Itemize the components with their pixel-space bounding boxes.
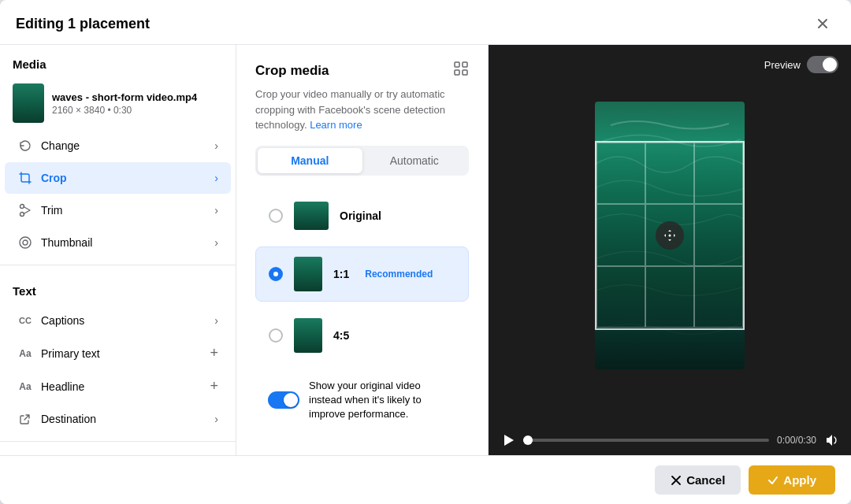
radio-4x5: [269, 328, 283, 343]
preview-panel: Preview: [489, 45, 851, 455]
preview-label: Preview: [764, 59, 801, 71]
modal: Editing 1 placement Media waves - short-…: [0, 0, 851, 504]
menu-crop-label: Crop: [41, 172, 67, 184]
video-container: [595, 102, 745, 369]
menu-primary-text-label: Primary text: [41, 347, 100, 360]
progress-dot: [523, 435, 533, 445]
toggle-row: Show your original video instead when it…: [255, 369, 469, 432]
auto-improve-toggle[interactable]: [268, 391, 299, 409]
crop-panel: Crop media Crop your video manually or t…: [236, 45, 489, 455]
chevron-icon: ›: [214, 204, 218, 217]
menu-trim-label: Trim: [41, 204, 62, 217]
ratio-label-4x5: 4:5: [333, 329, 349, 342]
crop-header: Crop media: [255, 61, 469, 80]
menu-item-thumbnail[interactable]: Thumbnail ›: [5, 227, 231, 258]
plus-icon: +: [210, 378, 218, 395]
svg-rect-14: [463, 62, 467, 67]
divider: [0, 265, 236, 265]
svg-point-3: [23, 240, 28, 245]
menu-change-label: Change: [41, 139, 80, 152]
modal-body: Media waves - short-form video.mp4 2160 …: [0, 45, 851, 455]
menu-captions-label: Captions: [41, 314, 84, 327]
media-thumbnail: [13, 83, 44, 123]
media-meta: 2160 × 3840 • 0:30: [52, 105, 197, 116]
radio-original: [269, 209, 283, 223]
radio-1x1: [269, 267, 283, 281]
video-background: [595, 102, 745, 369]
menu-item-trim[interactable]: Trim ›: [5, 195, 231, 226]
modal-title: Editing 1 placement: [16, 16, 150, 32]
preview-area: Preview: [489, 45, 851, 425]
change-icon: [17, 138, 33, 154]
svg-point-2: [20, 237, 31, 248]
menu-item-headline[interactable]: Aa Headline +: [5, 370, 231, 402]
thumbnail-icon: [17, 235, 33, 250]
toggle-label: Show your original video instead when it…: [309, 379, 456, 422]
menu-headline-label: Headline: [41, 380, 84, 393]
menu-item-change[interactable]: Change ›: [5, 130, 231, 161]
learn-more-link[interactable]: Learn more: [310, 119, 362, 131]
tools-section-title: Creative tools: [0, 448, 236, 455]
recommended-badge: Recommended: [365, 269, 433, 280]
chevron-icon: ›: [214, 314, 218, 327]
move-icon: [656, 221, 684, 250]
crop-icon: [17, 170, 33, 186]
tab-manual[interactable]: Manual: [258, 148, 362, 173]
menu-item-destination[interactable]: Destination ›: [5, 403, 231, 435]
captions-icon: CC: [17, 313, 33, 328]
apply-button[interactable]: Apply: [749, 465, 835, 495]
progress-bar[interactable]: [523, 439, 769, 442]
menu-item-captions[interactable]: CC Captions ›: [5, 305, 231, 336]
chevron-icon: ›: [214, 236, 218, 249]
ratio-label-original: Original: [340, 209, 381, 222]
close-button[interactable]: [810, 11, 835, 36]
svg-marker-18: [504, 435, 514, 446]
menu-destination-label: Destination: [41, 413, 96, 425]
menu-item-crop[interactable]: Crop ›: [5, 162, 231, 194]
menu-item-primary-text[interactable]: Aa Primary text +: [5, 337, 231, 369]
crop-overlay: [595, 141, 745, 330]
crop-description: Crop your video manually or try automati…: [255, 87, 469, 133]
divider: [0, 441, 236, 442]
ratio-thumb-4x5: [294, 318, 322, 353]
cancel-button[interactable]: Cancel: [655, 465, 741, 495]
crop-expand-button[interactable]: [453, 61, 469, 80]
ratio-option-original[interactable]: Original: [255, 191, 469, 240]
primary-text-icon: Aa: [17, 346, 33, 361]
svg-rect-15: [455, 70, 459, 75]
plus-icon: +: [210, 345, 218, 361]
ratio-option-1x1[interactable]: 1:1 Recommended: [255, 246, 469, 302]
chevron-icon: ›: [214, 172, 218, 184]
media-filename: waves - short-form video.mp4: [52, 91, 197, 103]
trim-icon: [17, 202, 33, 218]
modal-footer: Cancel Apply: [0, 455, 851, 504]
tab-automatic[interactable]: Automatic: [362, 148, 467, 173]
preview-toggle: Preview: [764, 56, 838, 73]
video-controls: 0:00/0:30: [489, 425, 851, 455]
play-button[interactable]: [501, 433, 515, 447]
left-panel: Media waves - short-form video.mp4 2160 …: [0, 45, 236, 455]
destination-icon: [17, 411, 33, 427]
time-display: 0:00/0:30: [777, 435, 816, 446]
ratio-label-1x1: 1:1: [333, 268, 349, 280]
tab-group: Manual Automatic: [255, 146, 469, 176]
svg-rect-13: [455, 62, 459, 67]
media-section-title: Media: [0, 45, 236, 77]
ratio-option-4x5[interactable]: 4:5: [255, 308, 469, 363]
media-item: waves - short-form video.mp4 2160 × 3840…: [0, 77, 236, 129]
svg-rect-16: [463, 70, 467, 75]
modal-header: Editing 1 placement: [0, 0, 851, 45]
volume-button[interactable]: [824, 433, 838, 447]
headline-icon: Aa: [17, 379, 33, 395]
chevron-icon: ›: [214, 139, 218, 152]
menu-thumbnail-label: Thumbnail: [41, 236, 92, 249]
ratio-thumb-1x1: [294, 257, 322, 291]
preview-toggle-switch[interactable]: [807, 56, 838, 73]
svg-point-17: [669, 234, 671, 236]
chevron-icon: ›: [214, 413, 218, 425]
text-section-title: Text: [0, 272, 236, 304]
ratio-thumb-original: [294, 202, 329, 230]
crop-title: Crop media: [255, 63, 329, 79]
media-info: waves - short-form video.mp4 2160 × 3840…: [52, 91, 197, 116]
